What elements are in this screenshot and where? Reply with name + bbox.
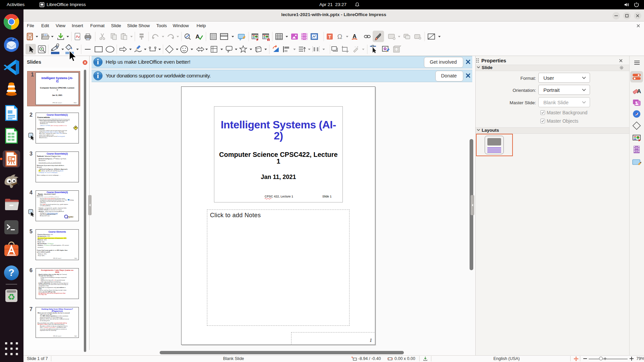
svg-text:A: A	[196, 34, 200, 40]
svg-text:?: ?	[8, 267, 14, 278]
svg-text:space: space	[68, 215, 73, 218]
svg-text:A: A	[637, 88, 641, 95]
svg-text:T: T	[328, 34, 331, 40]
svg-text:A: A	[353, 34, 357, 39]
svg-text:Ω: Ω	[337, 33, 342, 40]
svg-text:♻: ♻	[7, 292, 15, 302]
svg-text:iClickerCloud: iClickerCloud	[70, 199, 74, 201]
